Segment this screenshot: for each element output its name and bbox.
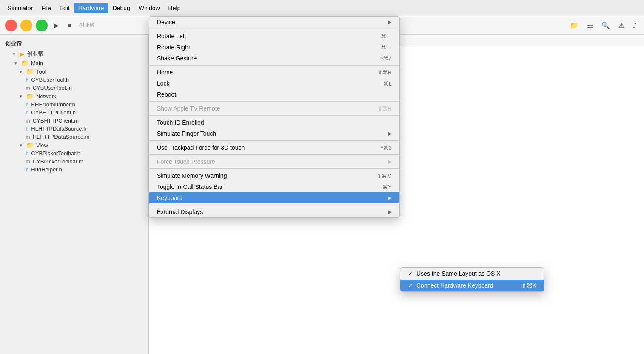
menu-separator [149, 101, 399, 102]
arrow-right-icon: ▶ [388, 131, 392, 137]
m-file-icon: m [26, 118, 30, 124]
search-icon[interactable]: 🔍 [599, 20, 613, 30]
menubar-file[interactable]: File [37, 3, 55, 13]
sidebar-item-hudhelper-h[interactable]: h HudHelper.h [0, 166, 148, 174]
shortcut-label: ⇧⌘K [521, 282, 536, 289]
maximize-button[interactable] [36, 20, 48, 31]
sidebar-label: HLHTTPDataSource.m [33, 134, 90, 140]
folder-icon[interactable]: 📁 [567, 20, 581, 30]
menubar-hardware[interactable]: Hardware [74, 3, 108, 13]
shortcut-label: ⇧⌘H [378, 69, 392, 76]
sidebar-label: HLHTTPDataSource.h [31, 126, 86, 132]
folder-icon: 📁 [26, 142, 34, 148]
sidebar-item-hlhttpdatasource-h[interactable]: h HLHTTPDataSource.h [0, 125, 148, 133]
m-file-icon: m [26, 85, 30, 91]
menu-item-label: Device [157, 19, 175, 26]
menu-item-label: Simulate Finger Touch [157, 130, 216, 137]
sidebar-item-chuangyebang[interactable]: ▼ ▶ 创业帮 [0, 49, 148, 59]
menu-home[interactable]: Home ⇧⌘H [149, 67, 399, 78]
menu-item-label: Shake Gesture [157, 55, 197, 62]
sidebar-item-bherrornumber[interactable]: h BHErrorNumber.h [0, 100, 148, 108]
stop-button[interactable]: ■ [65, 21, 74, 30]
sidebar-label: Main [31, 60, 43, 66]
menu-reboot[interactable]: Reboot [149, 89, 399, 100]
sidebar: 创业帮 ▼ ▶ 创业帮 ▼ 📁 Main ▼ 📁 Tool h CYBUserT… [0, 35, 149, 354]
shortcut-label: ^⌘Z [380, 55, 392, 62]
menu-toggle-in-call-status-bar[interactable]: Toggle In-Call Status Bar ⌘Y [149, 181, 399, 192]
sidebar-label: CYBHTTPClient.m [33, 117, 79, 124]
sidebar-label: 创业帮 [27, 50, 43, 58]
menu-rotate-left[interactable]: Rotate Left ⌘← [149, 31, 399, 42]
arrow-right-icon: ▶ [388, 159, 392, 165]
menu-simulate-memory-warning[interactable]: Simulate Memory Warning ⇧⌘M [149, 170, 399, 181]
sidebar-item-cybpickertoolbar-h[interactable]: h CYBPickerToolbar.h [0, 149, 148, 157]
sidebar-item-cybhttpclient-m[interactable]: m CYBHTTPClient.m [0, 117, 148, 125]
menu-keyboard[interactable]: Keyboard ▶ [149, 192, 399, 203]
menu-separator [149, 154, 399, 155]
menu-simulate-finger-touch[interactable]: Simulate Finger Touch ▶ [149, 128, 399, 139]
menu-rotate-right[interactable]: Rotate Right ⌘→ [149, 42, 399, 53]
h-file-icon: h [26, 167, 28, 173]
sidebar-label: CYBHTTPClient.h [31, 109, 76, 116]
menu-show-appletv-remote: Show Apple TV Remote ⇧⌘R [149, 103, 399, 114]
menubar-help[interactable]: Help [164, 3, 185, 13]
close-button[interactable] [5, 20, 17, 31]
menu-item-label: Rotate Left [157, 33, 186, 40]
hierarchy-icon[interactable]: ⚏ [584, 20, 596, 30]
sidebar-item-hlhttpdatasource-m[interactable]: m HLHTTPDataSource.m [0, 133, 148, 141]
menubar-debug[interactable]: Debug [108, 3, 134, 13]
menu-item-label: Force Touch Pressure [157, 158, 215, 165]
menu-lock[interactable]: Lock ⌘L [149, 78, 399, 89]
minimize-button[interactable] [20, 20, 32, 31]
menu-external-displays[interactable]: External Displays ▶ [149, 206, 399, 217]
menu-separator [149, 140, 399, 141]
menubar-window[interactable]: Window [134, 3, 164, 13]
sidebar-item-network[interactable]: ▼ 📁 Network [0, 92, 148, 100]
warning-icon[interactable]: ⚠ [616, 20, 627, 30]
menu-separator [149, 29, 399, 29]
arrow-right-icon: ▶ [388, 209, 392, 215]
shortcut-label: ⇧⌘M [377, 173, 392, 179]
sidebar-item-view[interactable]: ▼ 📁 View [0, 141, 148, 149]
arrow-right-icon: ▶ [388, 195, 392, 201]
menu-device[interactable]: Device ▶ [149, 17, 399, 28]
menu-item-label: Toggle In-Call Status Bar [157, 183, 223, 190]
menu-separator [149, 168, 399, 169]
shortcut-label: ⌘→ [381, 44, 392, 51]
sidebar-item-cybusertool-m[interactable]: m CYBUserTool.m [0, 84, 148, 92]
chevron-down-icon: ▼ [19, 69, 23, 74]
git-icon[interactable]: ⤴ [630, 21, 639, 30]
menu-item-label: Keyboard [157, 194, 182, 201]
menu-item-label: Simulate Memory Warning [157, 172, 227, 179]
h-file-icon: h [26, 77, 28, 83]
menu-item-label: Home [157, 69, 173, 76]
m-file-icon: m [26, 134, 30, 140]
keyboard-menu-same-layout[interactable]: ✓ Uses the Same Layout as OS X [400, 268, 544, 280]
play-button[interactable]: ▶ [51, 20, 61, 30]
shortcut-label: ⌘L [383, 80, 392, 87]
sidebar-label: BHErrorNumber.h [31, 101, 75, 108]
sidebar-label: View [36, 142, 48, 148]
menu-touch-id-enrolled[interactable]: Touch ID Enrolled [149, 117, 399, 128]
hardware-menu[interactable]: Device ▶ Rotate Left ⌘← Rotate Right ⌘→ … [149, 16, 400, 218]
shortcut-label: ⌘← [381, 33, 392, 40]
keyboard-menu-connect-hardware[interactable]: ✓ Connect Hardware Keyboard ⇧⌘K [400, 280, 544, 291]
checkmark-icon: ✓ [408, 282, 413, 289]
menubar-simulator[interactable]: Simulator [3, 3, 37, 13]
chevron-down-icon: ▼ [14, 61, 18, 66]
keyboard-submenu[interactable]: ✓ Uses the Same Layout as OS X ✓ Connect… [400, 267, 544, 292]
menubar-edit[interactable]: Edit [55, 3, 74, 13]
menu-separator [149, 65, 399, 66]
shortcut-label: ⌘Y [382, 184, 392, 190]
sidebar-item-cybpickertoolbar-m[interactable]: m CYBPickerToolbar.m [0, 157, 148, 166]
sidebar-item-cybusertool-h[interactable]: h CYBUserTool.h [0, 76, 148, 84]
menu-trackpad-3d[interactable]: Use Trackpad Force for 3D touch ^⌘3 [149, 142, 399, 153]
sidebar-item-main[interactable]: ▼ 📁 Main [0, 59, 148, 67]
sidebar-item-tool[interactable]: ▼ 📁 Tool [0, 67, 148, 76]
menu-shake-gesture[interactable]: Shake Gesture ^⌘Z [149, 53, 399, 64]
arrow-right-icon: ▶ [388, 19, 392, 25]
menu-separator [149, 205, 399, 205]
h-file-icon: h [26, 126, 28, 132]
sidebar-item-cybhttpclient-h[interactable]: h CYBHTTPClient.h [0, 108, 148, 117]
menu-item-label: Lock [157, 80, 170, 87]
